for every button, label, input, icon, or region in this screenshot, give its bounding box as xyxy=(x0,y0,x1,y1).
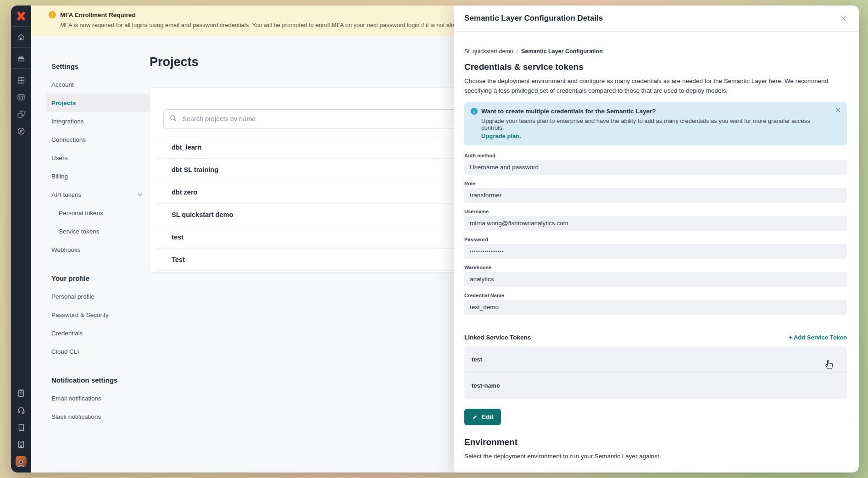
info-close-icon[interactable] xyxy=(835,107,841,115)
home-icon[interactable] xyxy=(11,27,31,48)
auth-method-field[interactable]: Username and password xyxy=(464,160,847,175)
explore-icon[interactable] xyxy=(11,122,31,139)
settings-nav-personal-tokens[interactable]: Personal tokens xyxy=(51,204,143,222)
warehouse-field[interactable]: analytics xyxy=(464,272,847,287)
settings-nav-slack-notifications[interactable]: Slack notifications xyxy=(51,407,143,426)
service-tokens-list: test test-name xyxy=(464,346,847,399)
user-avatar[interactable] xyxy=(16,456,27,467)
settings-nav-heading: Settings xyxy=(51,57,143,75)
upgrade-info-banner: i Want to create multiple credentials fo… xyxy=(464,102,847,145)
chevron-down-icon xyxy=(137,191,143,198)
panel-title: Semantic Layer Configuration Details xyxy=(464,14,603,23)
settings-nav-service-tokens[interactable]: Service tokens xyxy=(51,222,143,240)
settings-nav-password-security[interactable]: Password & Security xyxy=(51,306,143,324)
settings-nav-integrations[interactable]: Integrations xyxy=(51,112,143,130)
settings-nav-account[interactable]: Account xyxy=(51,75,143,94)
organization-icon[interactable] xyxy=(11,435,31,452)
credentials-heading: Credentials & service tokens xyxy=(464,62,847,72)
info-title: Want to create multiple credentials for … xyxy=(481,108,656,115)
your-profile-heading: Your profile xyxy=(51,269,143,287)
info-body: Upgrade your teams plan to enterprise an… xyxy=(481,117,829,131)
project-row[interactable]: dbt SL training xyxy=(156,158,473,181)
info-icon: i xyxy=(471,108,478,115)
settings-nav-personal-profile[interactable]: Personal profile xyxy=(51,287,143,306)
project-row[interactable]: SL quickstart demo xyxy=(156,203,473,226)
project-search[interactable] xyxy=(163,109,467,128)
develop-icon[interactable] xyxy=(11,89,31,106)
dbt-logo[interactable] xyxy=(11,6,31,27)
dashboard-icon[interactable] xyxy=(11,72,31,89)
app-sidebar xyxy=(11,6,31,472)
notes-icon[interactable] xyxy=(11,384,31,401)
settings-nav-projects[interactable]: Projects xyxy=(46,94,149,112)
project-row[interactable]: Test xyxy=(156,248,473,271)
breadcrumb-project[interactable]: SL quickstart demo xyxy=(464,48,513,55)
environment-description: Select the deployment environment to run… xyxy=(464,452,847,461)
semantic-layer-panel: Semantic Layer Configuration Details SL … xyxy=(454,6,859,472)
service-token-row[interactable]: test xyxy=(464,346,847,372)
deploy-icon[interactable] xyxy=(11,48,31,69)
add-service-token-button[interactable]: + Add Service Token xyxy=(789,334,847,341)
close-icon[interactable] xyxy=(838,13,849,24)
project-row[interactable]: test xyxy=(156,226,473,248)
settings-nav-billing[interactable]: Billing xyxy=(51,167,143,185)
mfa-banner-title: MFA Enrollment Required xyxy=(60,11,136,18)
panel-body: SL quickstart demo/Semantic Layer Config… xyxy=(454,32,859,461)
username-field[interactable]: mirna.wong@fishtownanalytics.com xyxy=(464,216,847,231)
projects-card: dbt_learn dbt SL training dbt zero SL qu… xyxy=(149,87,479,272)
docs-icon[interactable] xyxy=(11,418,31,435)
support-icon[interactable] xyxy=(11,401,31,418)
settings-nav: Settings Account Projects Integrations C… xyxy=(51,57,143,426)
settings-nav-email-notifications[interactable]: Email notifications xyxy=(51,389,143,407)
settings-nav-credentials[interactable]: Credentials xyxy=(51,324,143,342)
credential-name-field[interactable]: test_demo xyxy=(464,300,847,315)
warehouse-label: Warehouse xyxy=(464,265,847,270)
notification-settings-heading: Notification settings xyxy=(51,371,143,389)
breadcrumb: SL quickstart demo/Semantic Layer Config… xyxy=(464,48,847,55)
linked-service-tokens-label: Linked Service Tokens xyxy=(464,334,531,341)
service-token-row[interactable]: test-name xyxy=(464,372,847,399)
project-list: dbt_learn dbt SL training dbt zero SL qu… xyxy=(156,136,473,271)
settings-nav-users[interactable]: Users xyxy=(51,149,143,167)
password-label: Password xyxy=(464,237,847,242)
role-label: Role xyxy=(464,181,847,186)
warning-icon: ! xyxy=(49,11,56,18)
settings-nav-webhooks[interactable]: Webhooks xyxy=(51,240,143,259)
panel-header: Semantic Layer Configuration Details xyxy=(454,6,859,32)
credential-fields: Auth method Username and password Role t… xyxy=(464,153,847,315)
credential-name-label: Credential Name xyxy=(464,293,847,298)
role-field[interactable]: transformer xyxy=(464,188,847,203)
username-label: Username xyxy=(464,209,847,214)
app-window: ! MFA Enrollment Required MFA is now req… xyxy=(11,6,859,472)
search-icon xyxy=(169,114,177,124)
page-title: Projects xyxy=(150,55,199,69)
password-field[interactable]: •••••••••••••••• xyxy=(464,244,847,259)
branch-icon[interactable] xyxy=(11,106,31,122)
project-row[interactable]: dbt zero xyxy=(156,181,473,203)
edit-button[interactable]: Edit xyxy=(464,409,501,425)
pencil-icon xyxy=(472,414,478,420)
auth-method-label: Auth method xyxy=(464,153,847,158)
credentials-description: Choose the deployment environment and co… xyxy=(464,77,847,96)
environment-heading: Environment xyxy=(464,437,847,447)
settings-nav-cloud-cli[interactable]: Cloud CLI xyxy=(51,342,143,361)
settings-nav-connections[interactable]: Connections xyxy=(51,130,143,149)
settings-nav-api-tokens[interactable]: API tokens xyxy=(51,185,143,204)
breadcrumb-section: Semantic Layer Configuration xyxy=(521,48,603,55)
upgrade-plan-link[interactable]: Upgrade plan. xyxy=(481,133,521,139)
search-input[interactable] xyxy=(181,115,461,123)
project-row[interactable]: dbt_learn xyxy=(156,136,473,158)
